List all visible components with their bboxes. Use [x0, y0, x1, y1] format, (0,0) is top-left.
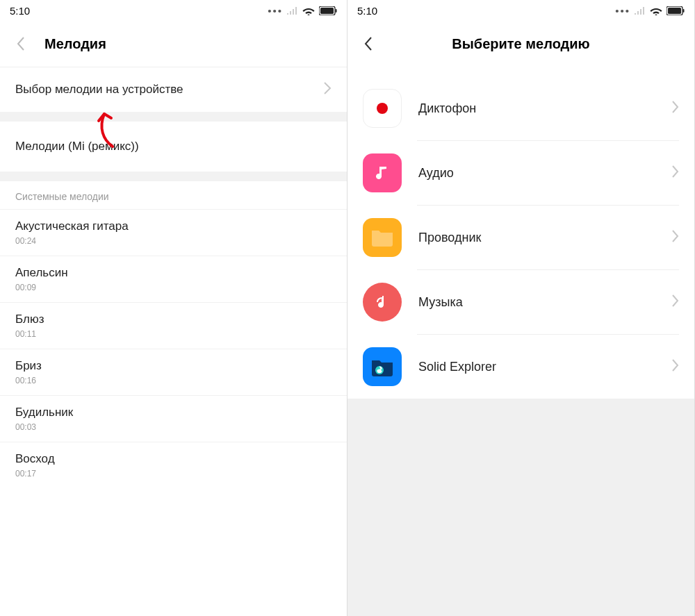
- section-gap: [0, 172, 347, 181]
- audio-icon: [363, 153, 402, 192]
- ringtone-name: Будильник: [15, 406, 332, 419]
- battery-icon: [319, 6, 337, 15]
- chevron-right-icon: [672, 359, 679, 374]
- section-header: Системные мелодии: [0, 181, 347, 209]
- app-label: Проводник: [418, 231, 481, 245]
- app-label: Аудио: [418, 166, 454, 181]
- battery-icon: [667, 6, 685, 15]
- back-button[interactable]: [13, 35, 29, 52]
- app-label: Диктофон: [418, 101, 476, 116]
- ringtone-name: Апельсин: [15, 266, 332, 280]
- app-label: Solid Explorer: [418, 360, 496, 374]
- select-on-device-row[interactable]: Выбор мелодии на устройстве: [0, 67, 347, 112]
- app-row-recorder[interactable]: Диктофон: [348, 76, 694, 140]
- statusbar: 5:10 •••: [348, 0, 694, 21]
- solidexplorer-icon: [363, 347, 402, 386]
- section-gap: [0, 112, 347, 122]
- signal-icon: [635, 6, 646, 15]
- ringtone-duration: 00:16: [15, 376, 332, 385]
- ringtone-row[interactable]: Блюз 00:11: [0, 302, 347, 349]
- app-label: Музыка: [418, 295, 463, 310]
- chevron-right-icon: [323, 81, 332, 98]
- page-title: Выберите мелодию: [348, 36, 694, 52]
- back-button[interactable]: [360, 35, 377, 52]
- ringtone-duration: 00:24: [15, 236, 332, 246]
- menu-dots-icon: •••: [268, 5, 283, 17]
- ringtone-row[interactable]: Будильник 00:03: [0, 395, 347, 442]
- ringtone-row[interactable]: Акустическая гитара 00:24: [0, 209, 347, 256]
- svg-rect-4: [668, 8, 681, 14]
- current-ringtone-row[interactable]: Мелодии (Mi (ремикс)): [0, 122, 347, 172]
- page-title: Мелодия: [44, 36, 106, 52]
- current-ringtone-label: Мелодии (Mi (ремикс)): [15, 140, 139, 153]
- chevron-right-icon: [672, 165, 679, 181]
- chevron-left-icon: [16, 36, 26, 51]
- page-header: Выберите мелодию: [348, 21, 694, 67]
- app-row-filemanager[interactable]: Проводник: [348, 206, 694, 269]
- ringtone-duration: 00:03: [15, 422, 332, 432]
- wifi-icon: [302, 6, 315, 15]
- row-label: Выбор мелодии на устройстве: [15, 83, 183, 97]
- ringtone-row[interactable]: Бриз 00:16: [0, 349, 347, 395]
- ringtone-duration: 00:09: [15, 283, 332, 292]
- signal-icon: [287, 6, 298, 15]
- statusbar-time: 5:10: [10, 5, 30, 17]
- ringtone-row[interactable]: Восход 00:17: [0, 442, 347, 488]
- app-row-audio[interactable]: Аудио: [348, 141, 694, 205]
- ringtone-name: Бриз: [15, 359, 332, 373]
- svg-rect-5: [683, 9, 685, 13]
- svg-rect-1: [320, 8, 334, 14]
- svg-rect-2: [336, 9, 337, 13]
- ringtone-name: Акустическая гитара: [15, 219, 332, 233]
- recorder-icon: [363, 89, 402, 128]
- phone-screen-left: 5:10 ••• Мелодия Выбор мелодии на устрой…: [0, 0, 348, 616]
- page-header: Мелодия: [0, 21, 347, 67]
- svg-point-6: [377, 103, 388, 114]
- chevron-right-icon: [672, 294, 679, 310]
- filemanager-icon: [363, 218, 402, 257]
- ringtone-list: Акустическая гитара 00:24 Апельсин 00:09…: [0, 209, 347, 488]
- chevron-left-icon: [363, 36, 373, 51]
- ringtone-duration: 00:11: [15, 329, 332, 339]
- app-row-music[interactable]: Музыка: [348, 270, 694, 334]
- wifi-icon: [650, 6, 662, 15]
- empty-area: [348, 399, 694, 616]
- statusbar-right: •••: [268, 5, 337, 17]
- statusbar-right: •••: [615, 5, 685, 17]
- ringtone-name: Блюз: [15, 313, 332, 326]
- ringtone-row[interactable]: Апельсин 00:09: [0, 256, 347, 302]
- chevron-right-icon: [672, 230, 679, 245]
- phone-screen-right: 5:10 ••• Выберите мелодию Диктофон Аудио: [348, 0, 695, 616]
- statusbar: 5:10 •••: [0, 0, 347, 21]
- app-row-solidexplorer[interactable]: Solid Explorer: [348, 335, 694, 399]
- menu-dots-icon: •••: [615, 5, 630, 17]
- ringtone-duration: 00:17: [15, 469, 332, 478]
- ringtone-name: Восход: [15, 452, 332, 466]
- music-icon: [363, 283, 402, 322]
- chevron-right-icon: [672, 101, 679, 116]
- statusbar-time: 5:10: [357, 5, 377, 17]
